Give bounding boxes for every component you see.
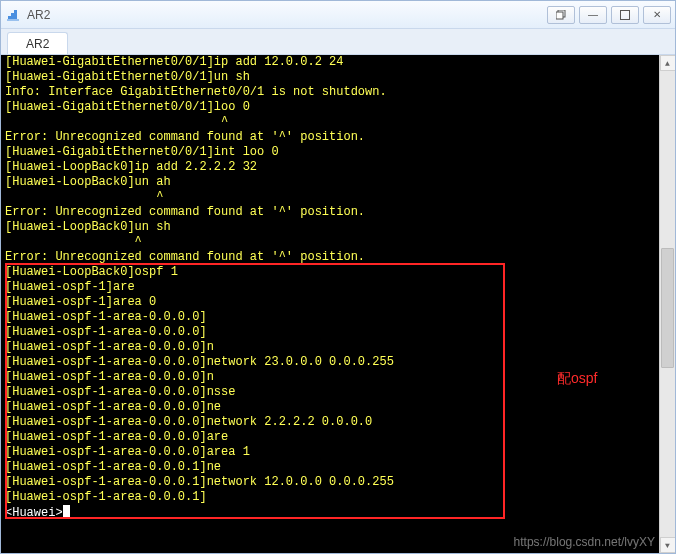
terminal-line: [Huawei-ospf-1-area-0.0.0.0] (5, 325, 655, 340)
terminal-line: [Huawei-ospf-1]area 0 (5, 295, 655, 310)
titlebar[interactable]: AR2 — ✕ (1, 1, 675, 29)
window-controls: — ✕ (547, 6, 671, 24)
tab-ar2[interactable]: AR2 (7, 32, 68, 54)
terminal-prompt-line: <Huawei> (5, 505, 655, 520)
terminal-line: [Huawei-ospf-1-area-0.0.0.1] (5, 490, 655, 505)
terminal-line: [Huawei-ospf-1-area-0.0.0.1]ne (5, 460, 655, 475)
scroll-track[interactable] (660, 71, 675, 537)
svg-rect-1 (556, 12, 563, 19)
terminal-line: [Huawei-ospf-1-area-0.0.0.0]ne (5, 400, 655, 415)
window-title: AR2 (27, 8, 547, 22)
minimize-button[interactable]: — (579, 6, 607, 24)
terminal-line: [Huawei-GigabitEthernet0/0/1]int loo 0 (5, 145, 655, 160)
scroll-thumb[interactable] (661, 248, 674, 368)
terminal-line: ^ (5, 190, 655, 205)
terminal-line: [Huawei-ospf-1-area-0.0.0.0]network 2.2.… (5, 415, 655, 430)
terminal-line: Error: Unrecognized command found at '^'… (5, 130, 655, 145)
terminal-line: [Huawei-GigabitEthernet0/0/1]un sh (5, 70, 655, 85)
terminal-line: Error: Unrecognized command found at '^'… (5, 205, 655, 220)
terminal-line: [Huawei-ospf-1-area-0.0.0.0]network 23.0… (5, 355, 655, 370)
terminal-line: [Huawei-ospf-1-area-0.0.0.0]are (5, 430, 655, 445)
terminal-line: [Huawei-ospf-1]are (5, 280, 655, 295)
app-icon (5, 7, 21, 23)
vertical-scrollbar[interactable]: ▲ ▼ (659, 55, 675, 553)
terminal-content: [Huawei-GigabitEthernet0/0/1]ip add 12.0… (1, 55, 659, 553)
terminal-line: [Huawei-GigabitEthernet0/0/1]ip add 12.0… (5, 55, 655, 70)
terminal-line: [Huawei-ospf-1-area-0.0.0.0] (5, 310, 655, 325)
tabbar: AR2 (1, 29, 675, 55)
app-window: AR2 — ✕ AR2 [Huawei-GigabitEthernet0/0/1… (0, 0, 676, 554)
terminal-line: [Huawei-LoopBack0]ospf 1 (5, 265, 655, 280)
scroll-down-button[interactable]: ▼ (660, 537, 676, 553)
restore-down-button[interactable] (547, 6, 575, 24)
terminal-line: [Huawei-ospf-1-area-0.0.0.1]network 12.0… (5, 475, 655, 490)
svg-rect-2 (621, 10, 630, 19)
terminal-line: Error: Unrecognized command found at '^'… (5, 250, 655, 265)
terminal-line: [Huawei-ospf-1-area-0.0.0.0]area 1 (5, 445, 655, 460)
terminal-line: [Huawei-ospf-1-area-0.0.0.0]n (5, 370, 655, 385)
terminal-line: [Huawei-LoopBack0]un sh (5, 220, 655, 235)
terminal-line: ^ (5, 115, 655, 130)
scroll-up-button[interactable]: ▲ (660, 55, 676, 71)
terminal-line: [Huawei-ospf-1-area-0.0.0.0]nsse (5, 385, 655, 400)
maximize-button[interactable] (611, 6, 639, 24)
terminal-line: [Huawei-ospf-1-area-0.0.0.0]n (5, 340, 655, 355)
terminal[interactable]: [Huawei-GigabitEthernet0/0/1]ip add 12.0… (1, 55, 675, 553)
terminal-cursor (63, 505, 70, 518)
terminal-line: [Huawei-GigabitEthernet0/0/1]loo 0 (5, 100, 655, 115)
close-button[interactable]: ✕ (643, 6, 671, 24)
terminal-line: ^ (5, 235, 655, 250)
terminal-line: [Huawei-LoopBack0]ip add 2.2.2.2 32 (5, 160, 655, 175)
terminal-line: Info: Interface GigabitEthernet0/0/1 is … (5, 85, 655, 100)
terminal-line: [Huawei-LoopBack0]un ah (5, 175, 655, 190)
